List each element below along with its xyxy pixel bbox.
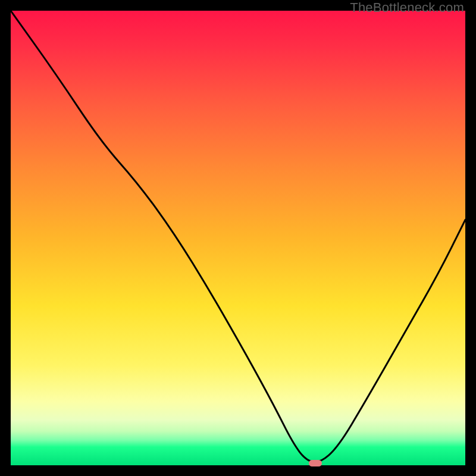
optimal-point-indicator xyxy=(309,460,322,466)
watermark-text: TheBottleneck.com xyxy=(350,0,464,15)
plot-area xyxy=(11,11,465,465)
chart-container: TheBottleneck.com xyxy=(0,0,476,476)
curve-svg xyxy=(11,11,465,465)
bottleneck-curve xyxy=(11,11,465,462)
